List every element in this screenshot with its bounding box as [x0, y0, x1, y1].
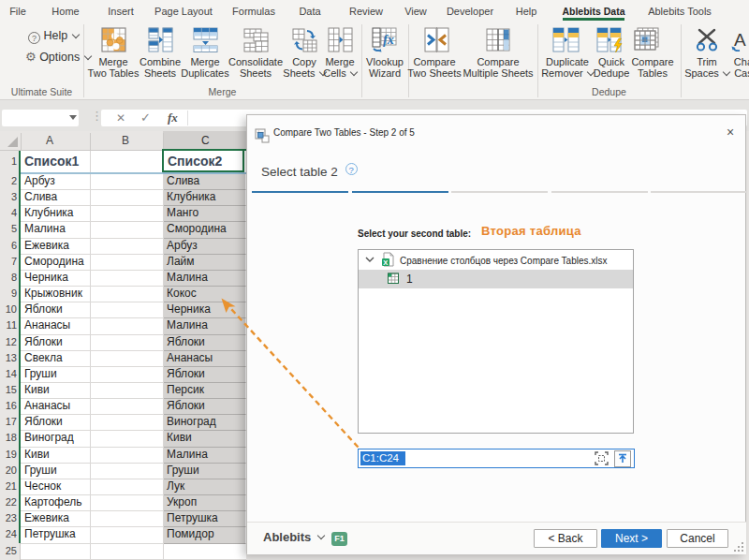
svg-text:X: X	[383, 258, 388, 267]
svg-text:A: A	[734, 30, 746, 50]
svg-text:fx: fx	[383, 33, 394, 47]
